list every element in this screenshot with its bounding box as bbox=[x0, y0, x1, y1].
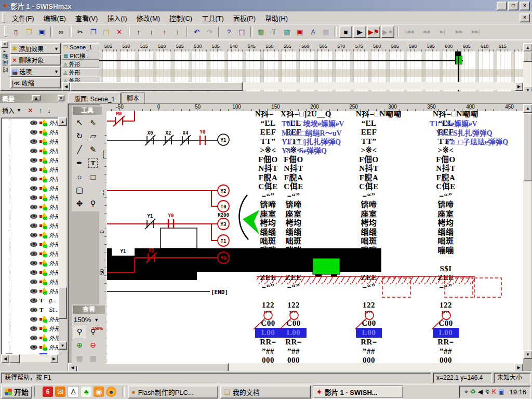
redo-icon[interactable]: ↷ bbox=[204, 26, 216, 37]
eye-icon[interactable] bbox=[30, 177, 37, 181]
eye-icon[interactable] bbox=[30, 308, 37, 312]
timeline-row-header[interactable]: ◬ 外形 bbox=[62, 68, 99, 76]
move-down-icon[interactable]: ↓ bbox=[47, 107, 51, 114]
outline-row[interactable]: − 外形 bbox=[9, 258, 59, 268]
text-tool[interactable]: T bbox=[88, 158, 98, 168]
lower-to-bottom-icon[interactable]: ↓ bbox=[171, 26, 183, 37]
insert-content-icon[interactable]: ▣ bbox=[294, 26, 306, 37]
outline-row[interactable]: − 外形 bbox=[9, 174, 59, 183]
menu-item[interactable]: 面板(P) bbox=[229, 11, 260, 24]
insert-image-icon[interactable]: ▨ bbox=[281, 26, 293, 37]
zoom-in-button[interactable]: ⊕ bbox=[73, 339, 86, 351]
timeline-button[interactable]: ▤ 选项 ▼ bbox=[10, 66, 61, 77]
parrot-icon[interactable]: ♣ bbox=[81, 387, 91, 397]
delete-icon[interactable]: ✕ bbox=[113, 26, 125, 37]
goto-end-icon[interactable]: ▶▶| bbox=[468, 26, 484, 37]
outline-hscrollbar[interactable]: ◀ ▶ bbox=[1, 354, 58, 362]
zoom-mode-button[interactable]: ⚲ bbox=[73, 325, 86, 338]
minimize-button[interactable]: _ bbox=[497, 2, 507, 10]
timeline-ruler[interactable]: 5055105155205255305355405455505555605655… bbox=[99, 43, 523, 52]
eye-icon[interactable] bbox=[30, 261, 37, 265]
eye-icon[interactable] bbox=[30, 130, 37, 135]
eye-icon[interactable] bbox=[30, 139, 37, 144]
outline-row[interactable]: − 外形 bbox=[9, 211, 59, 221]
outline-row[interactable]: − 外形 bbox=[9, 183, 59, 193]
pan-tool[interactable]: ✥ bbox=[73, 197, 86, 210]
foxmail-icon[interactable]: ✉ bbox=[55, 387, 65, 397]
scroll-up-icon[interactable]: ▲ bbox=[58, 117, 67, 126]
outline-row[interactable]: − 外形 bbox=[9, 127, 59, 137]
pencil-tool[interactable]: ✎ bbox=[87, 143, 99, 156]
eye-icon[interactable] bbox=[30, 233, 37, 237]
canvas-vscrollbar[interactable]: ▲ ▼ bbox=[523, 104, 531, 364]
outline-row[interactable]: − T g... bbox=[9, 296, 59, 305]
menu-item[interactable]: 帮助(H) bbox=[260, 11, 292, 24]
menu-grip[interactable] bbox=[2, 12, 5, 23]
eye-icon[interactable] bbox=[30, 158, 37, 163]
task-button[interactable]: ✦ 影片 1 - SWiSH... bbox=[313, 385, 403, 398]
keyframe-marker[interactable] bbox=[455, 56, 462, 64]
outline-row[interactable]: − 外形 bbox=[9, 277, 59, 286]
outline-row[interactable]: − 外形 bbox=[9, 202, 59, 211]
step-forward-icon[interactable]: ▶▶ bbox=[451, 26, 467, 37]
eye-icon[interactable] bbox=[30, 121, 37, 125]
eye-icon[interactable] bbox=[30, 336, 37, 340]
eye-icon[interactable] bbox=[30, 214, 37, 219]
scroll-right-icon[interactable]: ▶ bbox=[514, 363, 523, 371]
outline-row[interactable]: − 外形 bbox=[9, 221, 59, 230]
timeline-hscrollbar[interactable]: ◀ ▶ bbox=[62, 82, 523, 90]
scroll-up-icon[interactable]: ▲ bbox=[523, 43, 532, 51]
collapse-panel-icon[interactable]: ▲ bbox=[32, 95, 41, 101]
outline-row[interactable]: − 外形 bbox=[9, 249, 59, 258]
insert-text-icon[interactable]: T bbox=[268, 26, 280, 37]
help-book-icon[interactable]: ▤ bbox=[236, 26, 248, 37]
outline-row[interactable]: − 外形 bbox=[9, 324, 59, 333]
timeline-side-tab[interactable]: 时间轴 bbox=[2, 52, 10, 73]
menu-item[interactable]: 控制(C) bbox=[165, 11, 197, 24]
zoom-tool[interactable]: ⚲ bbox=[87, 197, 99, 210]
eye-icon[interactable] bbox=[30, 326, 37, 331]
eye-icon[interactable] bbox=[30, 345, 37, 350]
reshape-tool[interactable]: ▱ bbox=[87, 130, 99, 142]
outline-row[interactable]: − 外形 bbox=[9, 155, 59, 165]
outline-row[interactable]: − 外形 bbox=[9, 240, 59, 249]
menu-item[interactable]: 修改(M) bbox=[132, 11, 165, 24]
rect-tool[interactable]: □ bbox=[87, 170, 99, 183]
play-effect-icon[interactable]: ▶✦ bbox=[381, 25, 394, 38]
grid-button[interactable]: ▦ bbox=[73, 352, 86, 365]
raise-icon[interactable]: ↑ bbox=[132, 26, 144, 37]
canvas-hscrollbar[interactable]: ◀ ▶ bbox=[68, 363, 523, 371]
move-up-icon[interactable]: ↑ bbox=[39, 107, 43, 114]
subselect-tool[interactable]: ⇖ bbox=[87, 116, 99, 129]
timeline-button[interactable]: ✱ 添加效果 ▼ bbox=[10, 43, 61, 54]
find-icon[interactable]: ∞ bbox=[55, 26, 67, 37]
zoom-out-button[interactable]: ⊖ bbox=[87, 339, 99, 351]
scroll-track[interactable] bbox=[523, 181, 531, 350]
menu-item[interactable]: 工具(T) bbox=[197, 11, 229, 24]
close-panel-icon[interactable]: × bbox=[58, 95, 64, 101]
task-button[interactable]: ● Flash制作的PLC... bbox=[128, 385, 218, 398]
scroll-left-icon[interactable]: ◀ bbox=[1, 354, 9, 363]
timeline-button[interactable]: |≪ 收缩 bbox=[10, 77, 61, 88]
snap-grid-button[interactable]: ▦ bbox=[87, 352, 99, 365]
outline-row[interactable]: − 外形 bbox=[9, 118, 59, 127]
outline-row[interactable]: − 外形 bbox=[9, 137, 59, 146]
timeline-button[interactable]: ✕ 删除对象 bbox=[10, 55, 61, 65]
play-icon[interactable]: ▶ bbox=[353, 25, 366, 38]
scroll-down-icon[interactable]: ▼ bbox=[523, 350, 532, 359]
eye-icon[interactable] bbox=[30, 205, 37, 209]
line-tool[interactable]: ╱ bbox=[73, 143, 86, 156]
outline-row[interactable]: − 外形 bbox=[9, 230, 59, 240]
eye-icon[interactable] bbox=[30, 149, 37, 153]
new-file-icon[interactable]: ▯ bbox=[10, 26, 22, 37]
eye-icon[interactable] bbox=[30, 242, 37, 247]
transform-tool[interactable]: ↻ bbox=[73, 130, 86, 142]
menu-item[interactable]: 文件(F) bbox=[7, 11, 39, 24]
scroll-track[interactable] bbox=[523, 62, 531, 86]
insert-scene-icon[interactable]: ▦ bbox=[255, 26, 267, 37]
panel-close-icon[interactable]: × bbox=[1, 41, 8, 48]
play-movie-icon[interactable]: ▶⚑ bbox=[367, 25, 380, 38]
scroll-track[interactable] bbox=[58, 126, 66, 287]
qq-penguin-icon[interactable]: ♙ bbox=[68, 386, 79, 397]
preview-frame-icon[interactable]: ▶| bbox=[435, 26, 450, 37]
